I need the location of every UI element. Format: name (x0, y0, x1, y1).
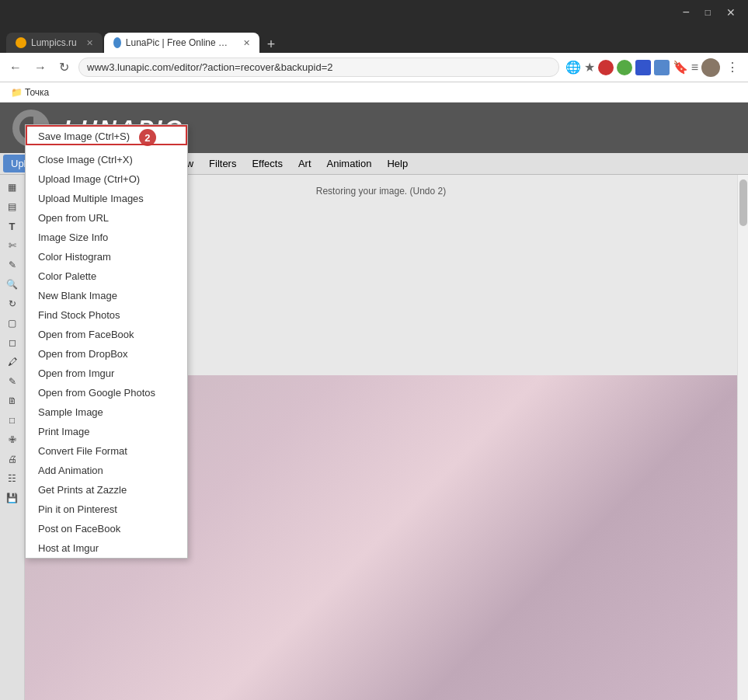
tool-layers[interactable]: ☷ (3, 469, 22, 488)
folder-icon: 📁 (11, 87, 23, 98)
back-button[interactable]: ← (6, 59, 25, 76)
tool-text[interactable]: T (3, 217, 22, 235)
menu-post-facebook[interactable]: Post on FaceBook (26, 519, 187, 538)
menu-pin-pinterest[interactable]: Pin it on Pinterest (26, 500, 187, 519)
menu-open-facebook[interactable]: Open from FaceBook (26, 325, 187, 344)
maximize-button[interactable]: □ (699, 5, 717, 20)
tool-copy[interactable]: 🗎 (3, 392, 22, 410)
menu-button[interactable]: ⋮ (723, 58, 742, 76)
tool-save[interactable]: 💾 (3, 489, 22, 507)
menu-upload-multiple[interactable]: Upload Multiple Images (26, 189, 187, 208)
tool-scissors[interactable]: ✄ (3, 236, 22, 255)
tab-icon-lunapic (113, 37, 121, 48)
tool-move[interactable]: ✙ (3, 430, 22, 449)
tab-icon-lumpics (16, 37, 26, 48)
left-toolbar: ▦ ▤ T ✄ ✎ 🔍 ↻ ▢ ◻ 🖍 ✎ 🗎 □ ✙ 🖨 ☷ 💾 (0, 175, 25, 700)
menu-open-dropbox[interactable]: Open from DropBox (26, 344, 187, 364)
menu-art[interactable]: Art (291, 155, 319, 172)
tool-dropper[interactable]: 🖍 (3, 353, 22, 371)
address-input[interactable] (78, 57, 559, 77)
menu-open-google-photos[interactable]: Open from Google Photos (26, 383, 187, 402)
bookmark-star-icon[interactable]: ★ (584, 60, 595, 75)
reload-button[interactable]: ↻ (56, 58, 72, 76)
tool-eraser[interactable]: ◻ (3, 333, 22, 352)
menu-convert-format[interactable]: Convert File Format (26, 441, 187, 461)
tab-close-lumpics[interactable]: ✕ (86, 38, 93, 48)
tool-lasso[interactable]: ↻ (3, 294, 22, 313)
menu-color-palette[interactable]: Color Palette (26, 266, 187, 286)
tool-pencil[interactable]: ✎ (3, 372, 22, 391)
tab-lunapic-label: LunaPic | Free Online Photo Edito... (126, 37, 234, 48)
new-tab-button[interactable]: + (261, 37, 282, 53)
extension-icon-3 (635, 60, 651, 75)
forward-button[interactable]: → (31, 59, 50, 76)
menu-print-image[interactable]: Print Image (26, 422, 187, 441)
tool-rect[interactable]: ▢ (3, 314, 22, 333)
tab-lunapic[interactable]: LunaPic | Free Online Photo Edito... ✕ (104, 33, 259, 53)
profile-avatar[interactable] (701, 58, 720, 77)
tool-select[interactable]: ▦ (3, 178, 22, 197)
bookmark-label: Точка (25, 87, 49, 98)
close-button[interactable]: ✕ (720, 5, 742, 20)
scrollbar-track[interactable] (737, 175, 748, 700)
file-dropdown: Save Image (Ctrl+S) 2 Close Image (Ctrl+… (25, 175, 188, 559)
minimize-button[interactable]: − (676, 5, 695, 20)
tab-lumpics-label: Lumpics.ru (31, 37, 77, 48)
translate-icon: 🌐 (565, 60, 581, 75)
menu-new-blank-image[interactable]: New Blank Image (26, 286, 187, 305)
tool-pen[interactable]: ✎ (3, 256, 22, 274)
menu-image-size-info[interactable]: Image Size Info (26, 228, 187, 247)
menu-host-imgur[interactable]: Host at Imgur (26, 538, 187, 558)
menu-open-url[interactable]: Open from URL (26, 208, 187, 228)
scrollbar-thumb[interactable] (739, 179, 747, 226)
extension-icon-6: ≡ (691, 61, 698, 75)
menu-add-animation[interactable]: Add Animation (26, 461, 187, 480)
tab-close-lunapic[interactable]: ✕ (243, 38, 250, 48)
menu-open-imgur[interactable]: Open from Imgur (26, 364, 187, 383)
tab-lumpics[interactable]: Lumpics.ru ✕ (6, 33, 103, 53)
menu-upload-image[interactable]: Upload Image (Ctrl+O) (26, 175, 187, 189)
tool-print[interactable]: 🖨 (3, 450, 22, 468)
tool-zoom[interactable]: 🔍 (3, 275, 22, 294)
extension-icon-1 (598, 60, 614, 75)
menu-animation[interactable]: Animation (319, 155, 380, 172)
bookmark-folder[interactable]: 📁 Точка (6, 85, 54, 99)
menu-help[interactable]: Help (379, 155, 416, 172)
extension-icon-5: 🔖 (673, 60, 688, 75)
menu-find-stock[interactable]: Find Stock Photos (26, 305, 187, 325)
menu-effects[interactable]: Effects (244, 155, 291, 172)
tool-dotted-rect[interactable]: ▤ (3, 197, 22, 216)
extension-icon-4 (654, 60, 670, 75)
menu-get-prints[interactable]: Get Prints at Zazzle (26, 480, 187, 500)
menu-filters[interactable]: Filters (201, 155, 244, 172)
menu-color-histogram[interactable]: Color Histogram (26, 247, 187, 266)
extension-icon-2 (617, 60, 632, 75)
menu-sample-image[interactable]: Sample Image (26, 402, 187, 422)
tool-stamp[interactable]: □ (3, 411, 22, 430)
